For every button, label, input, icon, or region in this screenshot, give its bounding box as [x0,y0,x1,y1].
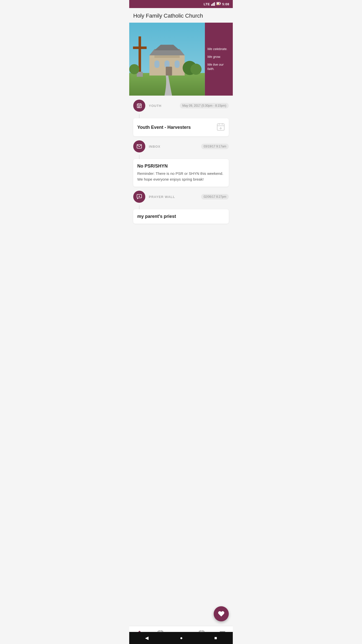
inbox-icon-circle [133,140,145,152]
connector-2 [139,155,140,159]
status-icons: LTE ⚡ 5:08 [204,2,229,6]
svg-point-23 [129,64,139,74]
connector-3 [139,205,140,209]
card-inbox-body: Reminder: There is no PSR or SHYN this w… [137,171,225,182]
battery-icon: ⚡ [216,2,221,6]
hero-banner: We celebrate. We grow. We live our faith… [129,23,233,96]
add-calendar-icon [217,123,225,132]
feed-header-inbox: INBOX 03/19/17 9:17am [133,136,229,155]
speech-bubble-icon [137,194,142,199]
prayer-icon-circle [133,191,145,203]
recent-button[interactable]: ■ [214,635,217,641]
svg-rect-0 [211,4,212,6]
connector-1 [139,114,140,118]
svg-point-22 [191,64,202,75]
card-youth[interactable]: Youth Event - Harvesters [133,118,229,136]
category-youth: YOUTH [149,104,176,108]
card-inbox-title: No PSR/SHYN [137,164,225,169]
category-prayer: PRAYER WALL [149,195,198,199]
card-prayer-title: my parent's priest [137,214,176,219]
card-inbox-content: No PSR/SHYN Reminder: There is no PSR or… [137,164,225,182]
app-header: Holy Family Catholic Church [129,8,233,23]
card-inbox[interactable]: No PSR/SHYN Reminder: There is no PSR or… [133,159,229,187]
feed-item-prayer: PRAYER WALL 02/06/17 8:27pm my parent's … [133,187,229,224]
card-youth-title: Youth Event - Harvesters [137,125,191,130]
status-bar: LTE ⚡ 5:08 [129,0,233,8]
svg-rect-32 [139,107,140,107]
home-button[interactable]: ● [180,635,183,641]
feed-item-inbox: INBOX 03/19/17 9:17am No PSR/SHYN Remind… [133,136,229,187]
svg-rect-16 [174,60,179,68]
svg-rect-17 [166,67,172,75]
card-prayer[interactable]: my parent's priest [133,209,229,224]
feed-header-youth: YOUTH May 09, 2017 (5:30pm - 8:15pm) [133,96,229,114]
clock: 5:08 [222,2,229,6]
android-nav: ◀ ● ■ [129,632,233,644]
youth-icon-circle [133,100,145,112]
card-youth-content: Youth Event - Harvesters [137,125,191,130]
svg-rect-2 [213,3,214,6]
tagline-3: We live our faith. [207,63,230,71]
svg-rect-3 [214,2,215,6]
calendar-icon-youth [137,103,142,108]
heart-icon [218,610,225,617]
svg-rect-28 [138,106,139,106]
hero-tagline: We celebrate. We grow. We live our faith… [205,23,233,96]
svg-rect-5 [220,3,221,4]
fab-heart[interactable] [214,606,229,621]
signal-strength: LTE [204,2,210,6]
svg-rect-31 [138,107,139,107]
svg-rect-14 [154,60,159,68]
svg-text:⚡: ⚡ [217,3,219,5]
date-youth: May 09, 2017 (5:30pm - 8:15pm) [180,103,229,108]
tagline-1: We celebrate. [207,47,228,51]
feed-header-prayer: PRAYER WALL 02/06/17 8:27pm [133,187,229,205]
app-title: Holy Family Catholic Church [133,13,229,19]
feed: YOUTH May 09, 2017 (5:30pm - 8:15pm) You… [129,96,233,261]
svg-rect-19 [133,47,147,49]
feed-item-youth: YOUTH May 09, 2017 (5:30pm - 8:15pm) You… [133,96,229,136]
church-illustration [129,23,205,96]
date-inbox: 03/19/17 9:17am [201,144,229,149]
card-prayer-content: my parent's priest [137,214,176,219]
envelope-icon [137,144,142,149]
svg-rect-1 [212,4,213,6]
svg-rect-30 [140,106,141,106]
signal-icon [211,2,215,6]
date-prayer: 02/06/17 8:27pm [201,194,229,199]
tagline-2: We grow. [207,55,221,59]
svg-rect-29 [139,106,140,106]
hero-photo [129,23,205,96]
category-inbox: INBOX [149,145,198,148]
back-button[interactable]: ◀ [145,635,149,641]
